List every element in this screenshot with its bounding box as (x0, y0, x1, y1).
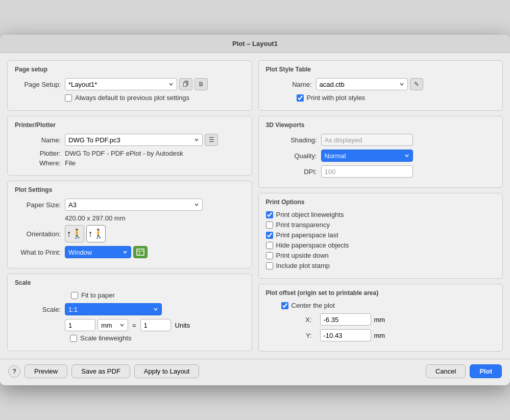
plot-dialog: Plot – Layout1 Page setup Page Setup: *L… (0, 35, 510, 385)
paper-size-label: Paper Size: (15, 201, 61, 209)
plot-style-name-row: Name: acad.ctb ✎ (266, 78, 496, 90)
always-default-checkbox[interactable] (65, 94, 72, 102)
viewports-3d-section: 3D Viewports Shading: As displayed Quali… (258, 116, 503, 188)
what-to-print-label: What to Print: (15, 249, 61, 256)
offset-y-unit: mm (374, 332, 385, 339)
hide-paperspace-label: Hide paperspace objects (276, 241, 349, 249)
printer-name-label: Name: (15, 136, 61, 144)
footer-left: ? Preview Save as PDF Apply to Layout (8, 364, 199, 378)
page-setup-copy-button[interactable]: 🗍 (179, 78, 192, 90)
orientation-label: Orientation: (15, 230, 61, 238)
save-as-pdf-button[interactable]: Save as PDF (71, 364, 130, 378)
print-option-2: Print paperspace last (266, 231, 496, 239)
help-button[interactable]: ? (8, 365, 20, 378)
plotter-value: DWG To PDF - PDF ePlot - by Autodesk (65, 150, 183, 157)
scale-label: Scale: (15, 306, 61, 313)
plot-style-table-title: Plot Style Table (266, 66, 496, 73)
center-plot-label: Center the plot (292, 302, 335, 309)
plot-style-edit-button[interactable]: ✎ (410, 78, 423, 90)
dpi-input[interactable] (321, 165, 413, 178)
what-to-print-select[interactable]: Window (65, 246, 131, 258)
print-with-styles-checkbox[interactable] (297, 94, 304, 102)
always-default-row: Always default to previous plot settings (65, 94, 245, 102)
print-option-1: Print transparency (266, 221, 496, 229)
fit-to-paper-label: Fit to paper (81, 291, 115, 299)
printer-plotter-section: Printer/Plotter Name: DWG To PDF.pc3 ☰ P… (7, 116, 252, 176)
quality-select[interactable]: Normal (321, 150, 413, 162)
paper-size-select[interactable]: A3 (65, 199, 203, 211)
print-with-styles-row: Print with plot styles (297, 94, 496, 102)
fit-to-paper-checkbox[interactable] (71, 292, 78, 299)
printer-name-row: Name: DWG To PDF.pc3 ☰ (15, 134, 245, 146)
print-option-3: Hide paperspace objects (266, 241, 496, 249)
page-setup-section: Page setup Page Setup: *Layout1* 🗍 🗎 Alw… (7, 60, 252, 111)
scale-title: Scale (15, 279, 245, 286)
plotter-label: Plotter: (15, 150, 61, 157)
shading-select[interactable]: As displayed (321, 134, 413, 146)
hide-paperspace-checkbox[interactable] (266, 242, 273, 249)
scale-lineweights-checkbox[interactable] (70, 335, 77, 342)
printer-name-select[interactable]: DWG To PDF.pc3 (65, 134, 203, 146)
footer-right: Cancel Plot (426, 364, 502, 378)
scale-equals-input[interactable] (140, 319, 171, 331)
print-paperspace-last-label: Print paperspace last (276, 231, 338, 239)
page-setup-add-button[interactable]: 🗎 (195, 78, 208, 90)
offset-y-row: Y: mm (266, 329, 496, 341)
dialog-title: Plot – Layout1 (0, 35, 510, 53)
offset-y-input[interactable] (320, 329, 371, 341)
shading-row: Shading: As displayed (266, 134, 496, 146)
what-to-print-row: What to Print: Window (15, 246, 245, 258)
page-setup-title: Page setup (15, 66, 245, 73)
print-options-title: Print Options (266, 199, 496, 206)
printer-props-button[interactable]: ☰ (205, 134, 218, 146)
cancel-button[interactable]: Cancel (426, 364, 466, 378)
where-label: Where: (15, 159, 61, 167)
scale-select-row: Scale: 1:1 (15, 303, 245, 315)
paper-dimensions: 420.00 x 297.00 mm (65, 214, 245, 222)
include-plot-stamp-checkbox[interactable] (266, 262, 273, 269)
preview-button[interactable]: Preview (25, 364, 67, 378)
page-setup-select[interactable]: *Layout1* (65, 78, 177, 90)
unit-type-select[interactable]: mm (98, 319, 128, 331)
print-option-0: Print object lineweights (266, 211, 496, 218)
portrait-button[interactable]: ↑🚶 (65, 225, 84, 242)
plot-button[interactable]: Plot (470, 364, 502, 378)
units-label: Units (175, 322, 190, 329)
print-transparency-checkbox[interactable] (266, 221, 273, 229)
scale-values-row: mm = Units (65, 319, 245, 331)
fit-to-paper-row: Fit to paper (71, 291, 245, 299)
plot-style-name-select[interactable]: acad.ctb (316, 78, 408, 90)
print-paperspace-last-checkbox[interactable] (266, 232, 273, 239)
print-lineweights-checkbox[interactable] (266, 211, 273, 218)
print-option-4: Print upside down (266, 252, 496, 259)
svg-rect-0 (137, 249, 144, 255)
include-plot-stamp-label: Include plot stamp (276, 262, 330, 269)
print-options-section: Print Options Print object lineweights P… (258, 193, 503, 279)
print-upside-down-checkbox[interactable] (266, 252, 273, 259)
scale-select[interactable]: 1:1 (65, 303, 162, 315)
quality-row: Quality: Normal (266, 150, 496, 162)
where-row: Where: File (15, 159, 245, 167)
dpi-row: DPI: (266, 165, 496, 178)
offset-x-label: X: (286, 316, 312, 324)
viewports-3d-title: 3D Viewports (266, 121, 496, 129)
landscape-button[interactable]: ↑🚶 (86, 225, 106, 242)
always-default-label: Always default to previous plot settings (75, 94, 189, 102)
plot-offset-section: Plot offset (origin set to printable are… (258, 284, 503, 352)
plot-settings-title: Plot Settings (15, 186, 245, 193)
where-value: File (65, 159, 76, 167)
window-select-button[interactable] (133, 246, 148, 258)
orientation-row: Orientation: ↑🚶 ↑🚶 (15, 225, 245, 242)
scale-lineweights-label: Scale lineweights (80, 334, 131, 342)
footer: ? Preview Save as PDF Apply to Layout Ca… (0, 359, 510, 385)
center-plot-row: Center the plot (281, 302, 496, 309)
apply-to-layout-button[interactable]: Apply to Layout (134, 364, 200, 378)
center-plot-checkbox[interactable] (281, 302, 288, 309)
offset-x-input[interactable] (320, 313, 371, 326)
print-with-styles-label: Print with plot styles (307, 94, 366, 102)
scale-section: Scale Fit to paper Scale: 1:1 mm (7, 274, 252, 351)
scale-unit-input[interactable] (65, 319, 95, 331)
offset-x-row: X: mm (266, 313, 496, 326)
equals-sign: = (132, 322, 136, 329)
plot-settings-section: Plot Settings Paper Size: A3 420.00 x 29… (7, 181, 252, 268)
